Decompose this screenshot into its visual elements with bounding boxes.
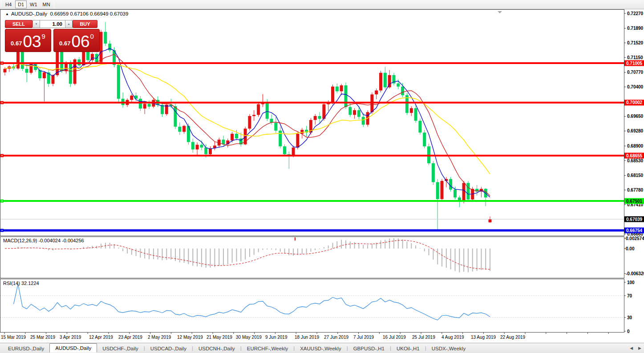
candle-body [43,72,46,78]
candle-body [248,116,251,128]
svg-text:12 May 2019: 12 May 2019 [177,335,203,340]
svg-text:0.66754: 0.66754 [626,228,643,233]
tab-xauusd-weekly[interactable]: XAUUSD-,Weekly [295,344,346,353]
one-click-trade-widget: SELL ▼ ▲ BUY 0.67039 0.67060 [5,20,100,52]
svg-text:0.00: 0.00 [626,246,635,251]
svg-text:0.68655: 0.68655 [626,153,643,158]
candle-body [401,87,404,96]
timeframe-button-d1[interactable]: D1 [15,0,27,8]
sell-price-pip: 9 [42,32,45,50]
buy-price-prefix: 0.67 [59,40,70,50]
chart-title-bar: ▲AUDUSD-,Daily 0.66959 0.67106 0.66949 0… [5,11,128,16]
svg-text:0.67780: 0.67780 [627,188,644,193]
tab-usdcnh-daily[interactable]: USDCNH-,Daily [193,344,240,353]
tab-eurusd-daily[interactable]: EURUSD-,Daily [3,344,49,353]
candle-body [344,85,348,107]
buy-button[interactable]: BUY [73,20,97,28]
svg-text:0.69280: 0.69280 [627,128,644,133]
svg-text:22 Aug 2019: 22 Aug 2019 [500,335,526,340]
svg-text:0.71005: 0.71005 [626,61,643,66]
candle-body [357,110,360,117]
buy-price-main: 06 [71,33,89,50]
volume-down-button[interactable]: ▼ [32,20,40,28]
candle-body [379,73,382,91]
candle-body [104,32,107,44]
hline-handle-dot [2,230,3,231]
timeframe-button-h4[interactable]: H4 [3,0,14,8]
svg-text:0.72270: 0.72270 [627,11,644,16]
candle-body [384,73,387,88]
collapse-arrow-icon[interactable]: ▲ [5,12,9,16]
sell-price-box[interactable]: 0.67039 [5,29,51,52]
candle-body [235,134,238,139]
candle-body [449,179,452,190]
tab-usdx-weekly[interactable]: USDX-,Weekly [426,344,471,353]
candle-body [200,145,203,148]
svg-text:9 Jun 2019: 9 Jun 2019 [265,335,288,340]
candle-body [148,104,151,107]
svg-text:0.70400: 0.70400 [627,84,644,89]
candle-body [174,106,177,127]
chart-window[interactable]: MACD(12,26,9) -0.004024 -0.004256RSI(14)… [0,9,644,343]
sell-price-prefix: 0.67 [11,40,22,50]
svg-text:0: 0 [627,329,630,334]
candle-body [52,75,55,84]
candle-body [466,183,470,200]
svg-text:0.69650: 0.69650 [627,114,644,119]
candle-body [231,134,234,140]
candle-body [432,163,435,182]
candle-body [441,181,444,199]
candle-body [296,134,299,148]
triangle-up-icon: ▲ [68,23,70,25]
chart-symbol-label: AUDUSD-,Daily [11,11,47,16]
hline-handle-dot [2,102,3,103]
svg-text:7 Jul 2019: 7 Jul 2019 [353,335,374,340]
volume-input[interactable] [40,20,65,28]
svg-text:30 May 2019: 30 May 2019 [236,335,262,340]
candle-body [182,126,186,132]
tab-audusd-daily[interactable]: AUDUSD-,Daily [49,343,97,353]
candle-body [375,91,378,95]
candle-body [292,148,295,156]
toolbar-separator [1,1,1,8]
tab-eurchf-weekly[interactable]: EURCHF-,Weekly [242,344,293,353]
svg-text:2 May 2019: 2 May 2019 [148,335,171,340]
timeframe-button-w1[interactable]: W1 [28,0,40,8]
candle-body [489,219,492,222]
volume-up-button[interactable]: ▲ [65,20,73,28]
chart-tabs-bar: EURUSD-,DailyAUDUSD-,DailyUSDCHF-,Daily|… [0,343,644,353]
svg-text:0.71520: 0.71520 [627,40,644,45]
svg-text:0.71150: 0.71150 [627,55,643,60]
tabs-scroll-left-icon[interactable]: ◀ [630,346,633,350]
chart-ohlc-values: 0.66959 0.67106 0.66949 0.67039 [50,11,128,16]
tab-usdcad-daily[interactable]: USDCAD-,Daily [145,344,192,353]
svg-text:0.70770: 0.70770 [627,70,644,75]
hline-handle-dot [2,201,3,201]
svg-text:25 Mar 2019: 25 Mar 2019 [30,335,56,340]
sell-price-main: 03 [23,33,41,50]
timeframe-button-mn[interactable]: MN [41,0,53,8]
buy-price-box[interactable]: 0.67060 [53,29,100,52]
candle-body [21,50,24,68]
candle-body [130,96,133,100]
candle-body [209,148,212,154]
tab-gbpusd-h1[interactable]: GBPUSD-,H1 [348,344,390,353]
candle-body [410,108,413,113]
svg-text:0.68900: 0.68900 [627,144,644,148]
rsi-label: RSI(14) 32.1224 [3,281,39,286]
svg-text:0.67039: 0.67039 [626,217,643,222]
triangle-down-icon: ▼ [35,23,38,25]
candle-body [143,104,146,109]
tab-ukoil-h1[interactable]: UKOil-,H1 [391,344,425,353]
candle-body [353,110,356,115]
candle-body [139,99,142,108]
candle-body [252,115,255,116]
tabs-scroll-right-icon[interactable]: ▶ [638,346,641,350]
candle-body [314,116,317,120]
svg-text:3 Apr 2019: 3 Apr 2019 [60,335,81,340]
candle-body [340,85,343,91]
tab-usdchf-daily[interactable]: USDCHF-,Daily [97,344,144,353]
candle-body [336,87,339,92]
svg-text:-0.006326: -0.006326 [626,271,644,276]
sell-button[interactable]: SELL [5,20,32,28]
